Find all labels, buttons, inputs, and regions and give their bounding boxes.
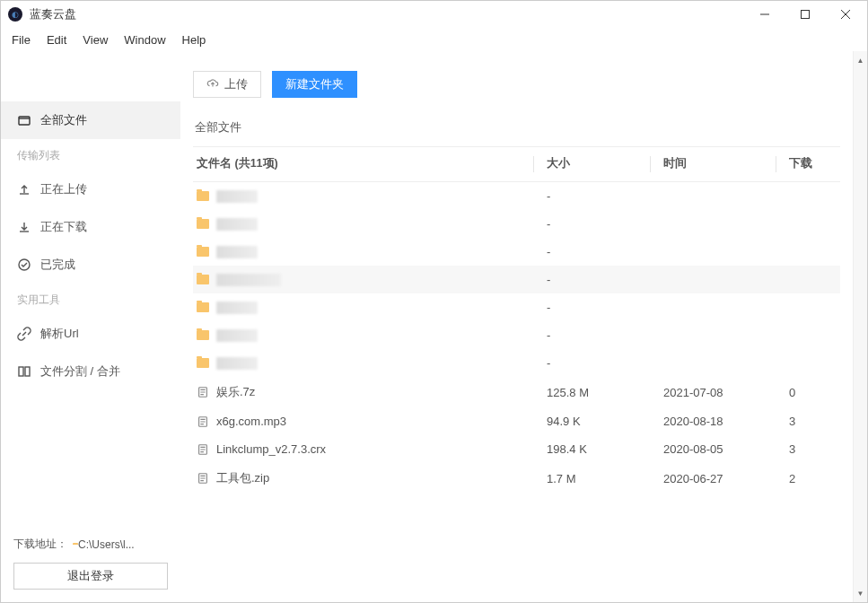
cell-name xyxy=(197,357,533,370)
titlebar: ◐ 蓝奏云盘 xyxy=(1,1,867,28)
menu-file[interactable]: File xyxy=(4,31,38,49)
table-row[interactable]: - xyxy=(193,293,840,321)
table-row[interactable]: - xyxy=(193,182,840,210)
table-row[interactable]: Linkclump_v2.7.3.crx198.4 K2020-08-053 xyxy=(193,435,840,463)
scroll-down-arrow[interactable]: ▼ xyxy=(854,586,868,600)
content-inner: 上传 新建文件夹 全部文件 文件名 (共11项) 大小 时间 下载 ------… xyxy=(180,51,853,602)
app-title: 蓝奏云盘 xyxy=(30,6,76,22)
cell-name: x6g.com.mp3 xyxy=(197,415,533,428)
upload-button[interactable]: 上传 xyxy=(193,71,261,98)
table-body: -------娱乐.7z125.8 M2021-07-080x6g.com.mp… xyxy=(193,182,840,602)
cell-time: 2020-08-18 xyxy=(663,415,776,428)
table-row[interactable]: - xyxy=(193,321,840,349)
folder-icon xyxy=(197,275,209,284)
content: 上传 新建文件夹 全部文件 文件名 (共11项) 大小 时间 下载 ------… xyxy=(180,51,867,602)
file-name xyxy=(216,329,258,342)
cell-time: 2020-06-27 xyxy=(663,472,776,485)
cell-download: 2 xyxy=(789,472,837,485)
sidebar-item-downloading[interactable]: 正在下载 xyxy=(1,208,180,246)
cell-name xyxy=(197,274,533,286)
menu-view[interactable]: View xyxy=(75,31,115,49)
close-button[interactable] xyxy=(825,1,865,28)
sidebar-item-label: 正在上传 xyxy=(40,181,87,197)
window-controls xyxy=(744,1,865,28)
col-header-name[interactable]: 文件名 (共11项) xyxy=(197,156,533,172)
cell-name xyxy=(197,218,533,231)
sidebar-section-transfer: 传输列表 xyxy=(1,139,180,170)
file-name: x6g.com.mp3 xyxy=(216,415,286,428)
breadcrumb[interactable]: 全部文件 xyxy=(193,114,840,146)
maximize-button[interactable] xyxy=(785,1,825,28)
sidebar-item-parse-url[interactable]: 解析Url xyxy=(1,315,180,353)
folder-icon xyxy=(197,219,209,229)
file-name xyxy=(216,357,258,370)
upload-button-label: 上传 xyxy=(224,76,248,92)
cell-time: 2021-07-08 xyxy=(663,386,776,399)
check-icon xyxy=(17,258,31,272)
minimize-button[interactable] xyxy=(744,1,785,28)
svg-point-2 xyxy=(19,259,30,270)
cell-download: 3 xyxy=(789,415,837,428)
vertical-scrollbar[interactable]: ▲ ▼ xyxy=(853,51,867,602)
download-path-label: 下载地址： xyxy=(13,537,67,552)
sidebar-section-tools: 实用工具 xyxy=(1,284,180,315)
sidebar-item-uploading[interactable]: 正在上传 xyxy=(1,170,180,208)
cell-time: 2020-08-05 xyxy=(663,442,776,456)
download-icon xyxy=(17,220,31,234)
menu-help[interactable]: Help xyxy=(175,31,214,49)
titlebar-left: ◐ 蓝奏云盘 xyxy=(8,6,76,22)
table-row[interactable]: - xyxy=(193,349,840,377)
scroll-up-arrow[interactable]: ▲ xyxy=(854,53,868,67)
menu-window[interactable]: Window xyxy=(117,31,172,49)
upload-icon xyxy=(17,182,31,197)
sidebar-item-completed[interactable]: 已完成 xyxy=(1,246,180,284)
file-icon xyxy=(197,472,209,485)
col-header-download[interactable]: 下载 xyxy=(789,156,837,172)
table-row[interactable]: 工具包.zip1.7 M2020-06-272 xyxy=(193,463,840,494)
link-icon xyxy=(17,327,31,341)
file-name: Linkclump_v2.7.3.crx xyxy=(216,442,326,456)
file-name xyxy=(216,274,281,286)
col-header-time[interactable]: 时间 xyxy=(663,156,776,172)
file-name xyxy=(216,302,258,314)
file-name: 工具包.zip xyxy=(216,470,269,486)
table-row[interactable]: - xyxy=(193,210,840,238)
svg-rect-4 xyxy=(25,367,30,376)
menu-edit[interactable]: Edit xyxy=(39,31,74,49)
sidebar-item-label: 已完成 xyxy=(40,257,75,273)
cell-size: - xyxy=(547,245,650,258)
download-path-row[interactable]: 下载地址： C:\Users\l... xyxy=(13,537,168,552)
sidebar-item-label: 正在下载 xyxy=(40,219,87,235)
file-name xyxy=(216,246,258,258)
file-name xyxy=(216,190,258,203)
cell-size: - xyxy=(547,328,650,342)
file-icon xyxy=(197,415,209,428)
col-header-size[interactable]: 大小 xyxy=(547,156,650,172)
cell-size: 125.8 M xyxy=(547,386,650,399)
folder-icon xyxy=(197,191,209,201)
cell-name xyxy=(197,246,533,258)
cell-download: 3 xyxy=(789,442,837,456)
cloud-upload-icon xyxy=(206,77,219,92)
logout-button[interactable]: 退出登录 xyxy=(13,563,168,590)
cell-name xyxy=(197,190,533,203)
sidebar-item-all-files[interactable]: 全部文件 xyxy=(1,101,180,139)
cell-size: 198.4 K xyxy=(547,442,650,456)
file-name: 娱乐.7z xyxy=(216,384,255,400)
sidebar-item-file-split[interactable]: 文件分割 / 合并 xyxy=(1,353,180,390)
cell-name: Linkclump_v2.7.3.crx xyxy=(197,442,533,456)
sidebar-item-label: 解析Url xyxy=(40,326,79,342)
cell-name xyxy=(197,302,533,314)
table-row[interactable]: - xyxy=(193,266,840,293)
table-row[interactable]: - xyxy=(193,238,840,266)
table-row[interactable]: x6g.com.mp394.9 K2020-08-183 xyxy=(193,407,840,435)
cell-size: - xyxy=(547,301,650,314)
table-row[interactable]: 娱乐.7z125.8 M2021-07-080 xyxy=(193,377,840,407)
cell-size: - xyxy=(547,189,650,203)
cell-size: 1.7 M xyxy=(547,472,650,485)
cell-name: 工具包.zip xyxy=(197,470,533,486)
cell-size: - xyxy=(547,273,650,286)
folder-icon xyxy=(197,247,209,257)
file-icon xyxy=(197,386,209,398)
new-folder-button[interactable]: 新建文件夹 xyxy=(272,71,357,98)
